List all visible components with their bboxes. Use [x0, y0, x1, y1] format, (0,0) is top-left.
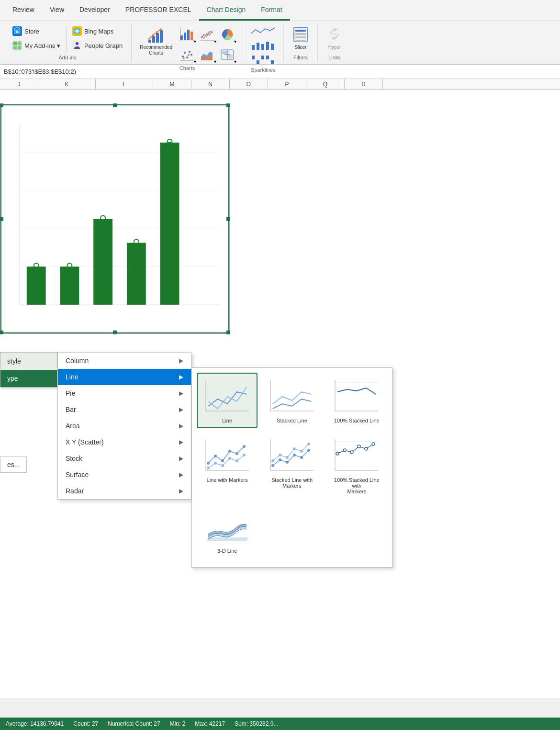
chart-type-stacked-line-markers[interactable]: Stacked Line withMarkers — [261, 432, 322, 499]
col-header-p: P — [268, 79, 306, 89]
menu-radar-arrow: ▶ — [179, 488, 183, 494]
svg-text:✓: ✓ — [303, 30, 305, 32]
svg-rect-8 — [148, 40, 151, 43]
slicer-button[interactable]: ✓ Slicer — [290, 25, 312, 52]
chart-type-stacked-line[interactable]: Stacked Line — [261, 373, 322, 428]
svg-point-106 — [358, 445, 360, 448]
svg-point-84 — [235, 459, 238, 462]
bing-maps-button[interactable]: Bing Maps — [69, 25, 125, 37]
menu-item-scatter[interactable]: X Y (Scatter) ▶ — [58, 434, 191, 450]
left-panel-type[interactable]: ype — [0, 370, 57, 387]
chart-type-100-stacked-line[interactable]: 100% Stacked Line — [326, 373, 387, 428]
svg-point-25 — [190, 54, 192, 56]
insert-area-chart-button[interactable]: ▾ — [198, 45, 217, 64]
status-bar: Average: 14136,79041 Count: 27 Numerical… — [0, 718, 560, 730]
more-items-button[interactable]: es... — [0, 456, 27, 473]
svg-point-22 — [184, 52, 186, 54]
insert-other-chart-button[interactable]: ▾ — [218, 45, 237, 64]
chart-container[interactable] — [0, 104, 230, 334]
insert-scatter-chart-button[interactable]: ▾ — [178, 45, 197, 64]
people-graph-button[interactable]: People Graph — [69, 39, 125, 52]
hyperlink-button[interactable]: Hyper — [324, 25, 346, 52]
svg-point-104 — [343, 449, 346, 452]
svg-rect-56 — [93, 219, 112, 305]
insert-line-chart-button[interactable]: ▾ — [198, 25, 217, 44]
svg-point-89 — [279, 458, 281, 461]
svg-point-99 — [307, 443, 310, 445]
menu-surface-label: Surface — [66, 471, 89, 479]
svg-rect-29 — [222, 51, 227, 54]
menu-item-area[interactable]: Area ▶ — [58, 418, 191, 434]
menu-item-radar[interactable]: Radar ▶ — [58, 483, 191, 499]
menu-item-line[interactable]: Line ▶ — [58, 369, 191, 385]
col-header-o: O — [230, 79, 268, 89]
menu-scatter-label: X Y (Scatter) — [66, 438, 104, 446]
insert-column-chart-button[interactable]: ▾ — [178, 25, 197, 44]
line-chart-label: Line — [222, 418, 232, 423]
chart-type-100-stacked-line-markers[interactable]: 100% Stacked Line withMarkers — [326, 432, 387, 499]
tab-format[interactable]: Format — [253, 0, 290, 21]
menu-item-bar[interactable]: Bar ▶ — [58, 401, 191, 418]
people-graph-icon — [72, 41, 82, 50]
charts-group-label: Charts — [179, 65, 195, 71]
chart-type-3d-line[interactable]: 3-D Line — [197, 503, 258, 559]
chart-type-line[interactable]: Line — [197, 373, 258, 428]
svg-point-13 — [152, 34, 154, 36]
sparkline-winloss-button[interactable] — [249, 54, 278, 66]
svg-rect-43 — [295, 33, 306, 35]
my-addins-label: My Add-ins ▾ — [24, 42, 60, 49]
menu-item-column[interactable]: Column ▶ — [58, 353, 191, 369]
people-graph-label: People Graph — [84, 42, 123, 49]
status-min: Min: 2 — [170, 720, 186, 727]
tab-professor-excel[interactable]: PROFESSOR EXCEL — [118, 0, 199, 21]
col-header-m: M — [153, 79, 191, 89]
bing-maps-icon — [72, 26, 82, 36]
stacked-line-chart-icon — [268, 377, 316, 416]
ribbon: Review View Developer PROFESSOR EXCEL Ch… — [0, 0, 560, 65]
chart-type-grid-row1: Line Stacked Line — [197, 373, 387, 428]
svg-rect-30 — [228, 55, 233, 58]
left-panel-style[interactable]: style — [0, 353, 57, 370]
recommended-charts-button[interactable]: RecommendedCharts — [137, 25, 175, 57]
status-count: Count: 27 — [73, 720, 98, 727]
my-addins-button[interactable]: My Add-ins ▾ — [10, 39, 63, 52]
store-button[interactable]: Store — [10, 25, 63, 37]
line-chart-icon — [203, 377, 251, 416]
menu-item-surface[interactable]: Surface ▶ — [58, 467, 191, 483]
svg-point-23 — [186, 57, 188, 58]
insert-pie-chart-button[interactable]: ▾ — [218, 25, 237, 44]
sparkline-column-button[interactable] — [249, 39, 278, 52]
menu-column-arrow: ▶ — [179, 357, 183, 364]
menu-radar-label: Radar — [66, 487, 84, 495]
addins-group-label: Add-ins — [58, 55, 76, 60]
menu-item-stock[interactable]: Stock ▶ — [58, 450, 191, 467]
tab-review[interactable]: Review — [5, 0, 42, 21]
menu-item-pie[interactable]: Pie ▶ — [58, 385, 191, 401]
status-numerical-count: Numerical Count: 27 — [108, 720, 160, 727]
type-label: ype — [7, 375, 18, 382]
svg-point-78 — [235, 452, 238, 455]
svg-point-15 — [160, 28, 162, 30]
menu-column-label: Column — [66, 357, 89, 365]
store-icon — [12, 26, 22, 36]
sparklines-items — [249, 25, 278, 66]
tab-view[interactable]: View — [42, 0, 72, 21]
svg-rect-39 — [266, 56, 269, 59]
tab-developer[interactable]: Developer — [72, 0, 118, 21]
chart-type-line-markers[interactable]: Line with Markers — [197, 432, 258, 499]
svg-rect-4 — [13, 46, 17, 49]
100-stacked-line-markers-icon — [333, 437, 381, 475]
sparkline-line-button[interactable] — [249, 25, 278, 37]
chart-type-dropdown: Column ▶ Line ▶ Pie ▶ Bar ▶ Area ▶ X Y (… — [57, 352, 191, 500]
svg-point-93 — [307, 449, 310, 452]
col-header-k: K — [38, 79, 96, 89]
svg-point-74 — [207, 462, 210, 465]
tab-chart-design[interactable]: Chart Design — [199, 0, 254, 21]
filters-items: ✓ Slicer — [290, 25, 312, 54]
links-group-label: Links — [328, 55, 341, 60]
svg-point-21 — [182, 56, 184, 57]
svg-point-97 — [293, 447, 296, 450]
menu-line-label: Line — [66, 373, 78, 381]
svg-rect-5 — [18, 46, 21, 49]
col-header-n: N — [191, 79, 230, 89]
